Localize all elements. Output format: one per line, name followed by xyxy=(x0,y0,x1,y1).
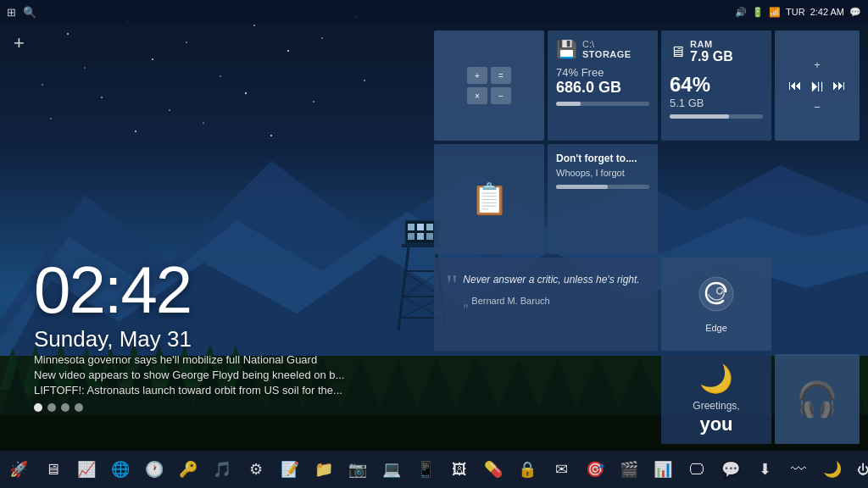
quote-text: Never answer a critic, unless he's right… xyxy=(446,273,646,287)
svg-rect-62 xyxy=(408,233,415,240)
storage-free-pct: 74% Free xyxy=(556,66,649,79)
taskbar-music-icon[interactable]: 🎵 xyxy=(207,451,237,488)
windows-icon[interactable]: ⊞ xyxy=(7,6,16,19)
news-dots xyxy=(34,403,344,412)
tile-edge[interactable]: Edge xyxy=(661,258,771,351)
news-dot-1[interactable] xyxy=(34,403,42,412)
tile-media[interactable]: + ⏮ ⏯ ⏭ − xyxy=(775,30,860,141)
taskbar-vlc-icon[interactable]: 🎬 xyxy=(614,451,644,488)
taskbar-right: ⏻ xyxy=(848,451,868,488)
taskbar-whatsapp-icon[interactable]: 📱 xyxy=(410,451,441,488)
tile-calculator[interactable]: + = × − xyxy=(434,30,544,141)
taskbar-app1-icon[interactable]: 💊 xyxy=(478,451,509,488)
tile-ram[interactable]: 🖥 RAM 7.9 GB 64% 5.1 GB xyxy=(661,30,771,141)
taskbar-activity-icon[interactable]: 📈 xyxy=(71,451,102,488)
taskbar-terminal-icon[interactable]: 💻 xyxy=(376,451,407,488)
news-dot-4[interactable] xyxy=(75,403,83,412)
prev-button[interactable]: ⏮ xyxy=(788,78,802,93)
taskbar-camera-icon[interactable]: 📷 xyxy=(342,451,373,488)
taskbar-pulse-icon[interactable]: 〰 xyxy=(783,451,814,488)
play-pause-button[interactable]: ⏯ xyxy=(809,76,826,96)
taskbar-word-icon[interactable]: 📝 xyxy=(275,451,305,488)
tile-storage[interactable]: 💾 C:\ Storage 74% Free 686.0 GB xyxy=(548,30,658,141)
svg-point-15 xyxy=(313,101,314,103)
calc-multiply: × xyxy=(467,87,487,104)
taskbar-monitor-icon[interactable]: 🖵 xyxy=(682,451,712,488)
svg-rect-61 xyxy=(426,224,433,230)
news-dot-3[interactable] xyxy=(61,403,70,412)
news-item-1[interactable]: Minnesota governor says he'll mobilize f… xyxy=(34,353,344,366)
tile-headphones[interactable]: 🎧 xyxy=(775,354,860,444)
tile-notes[interactable]: 📋 xyxy=(434,144,544,254)
media-controls: ⏮ ⏯ ⏭ xyxy=(788,76,846,96)
storage-icon-area: 💾 C:\ Storage xyxy=(556,39,649,59)
notification-icon[interactable]: 💬 xyxy=(849,7,861,18)
storage-label: Storage xyxy=(582,49,632,59)
ram-used-pct: 64% xyxy=(670,73,763,97)
moon-icon: 🌙 xyxy=(699,363,733,395)
ram-progress-bar xyxy=(670,114,763,119)
tile-quote[interactable]: " Never answer a critic, unless he's rig… xyxy=(434,258,658,351)
topbar-right: 🔊 🔋 📶 TUR 2:42 AM 💬 xyxy=(735,7,861,18)
wifi-icon[interactable]: 📶 xyxy=(769,7,781,18)
ram-label: RAM xyxy=(690,39,733,49)
svg-point-16 xyxy=(364,80,365,81)
svg-point-8 xyxy=(152,58,153,60)
taskbar-update-icon[interactable]: ⬇ xyxy=(749,451,780,488)
news-item-3[interactable]: LIFTOFF!: Astronauts launch toward orbit… xyxy=(34,384,344,396)
news-dot-2[interactable] xyxy=(47,403,56,412)
greetings-name: you xyxy=(699,413,732,435)
taskbar-folder-icon[interactable]: 📁 xyxy=(309,451,339,488)
tiles-grid: + = × − 💾 C:\ Storage 74% Free 686.0 GB … xyxy=(434,30,860,444)
topbar: ⊞ 🔍 🔊 🔋 📶 TUR 2:42 AM 💬 xyxy=(0,0,868,24)
clock-display: 2:42 AM xyxy=(810,7,844,17)
taskbar-mail-icon[interactable]: ✉ xyxy=(546,451,576,488)
svg-point-20 xyxy=(270,135,272,136)
search-icon[interactable]: 🔍 xyxy=(23,6,36,19)
volume-icon[interactable]: 🔊 xyxy=(735,7,747,18)
topbar-left: ⊞ 🔍 xyxy=(7,6,36,19)
vol-up-label: + xyxy=(814,58,821,71)
calc-add: + xyxy=(467,67,487,84)
vol-down-label: − xyxy=(814,101,821,114)
clock-area: 02:42 Sunday, May 31 xyxy=(34,257,192,352)
taskbar-msg-icon[interactable]: 💬 xyxy=(715,451,746,488)
calc-equals: = xyxy=(491,67,511,84)
news-item-2[interactable]: New video appears to show George Floyd b… xyxy=(34,369,344,381)
tile-greetings[interactable]: 🌙 Greetings, you xyxy=(661,354,771,444)
news-area: Minnesota governor says he'll mobilize f… xyxy=(34,353,344,412)
greetings-title: Greetings, xyxy=(693,400,739,412)
taskbar-app2-icon[interactable]: 🎯 xyxy=(580,451,610,488)
add-tile-button[interactable]: + xyxy=(14,32,25,54)
taskbar-browser-icon[interactable]: 🌐 xyxy=(105,451,136,488)
clock-date: Sunday, May 31 xyxy=(34,326,192,352)
taskbar-app3-icon[interactable]: 📊 xyxy=(648,451,678,488)
taskbar: 🚀 🖥 📈 🌐 🕐 🔑 🎵 ⚙ 📝 📁 📷 💻 📱 🖼 💊 🔒 ✉ 🎯 🎬 📊 … xyxy=(0,451,868,488)
ram-total: 7.9 GB xyxy=(690,49,733,64)
taskbar-settings-icon[interactable]: ⚙ xyxy=(241,451,271,488)
tile-reminder[interactable]: Don't forget to.... Whoops, I forgot xyxy=(548,144,658,254)
svg-point-7 xyxy=(84,67,86,69)
drive-label: C:\ xyxy=(582,39,632,49)
quote-close-mark: „ xyxy=(463,292,468,310)
ram-progress-fill xyxy=(670,114,729,119)
taskbar-photoshop-icon[interactable]: 🖼 xyxy=(444,451,475,488)
taskbar-sleep-icon[interactable]: 🌙 xyxy=(817,451,848,488)
taskbar-key-icon[interactable]: 🔑 xyxy=(173,451,203,488)
svg-rect-63 xyxy=(417,233,424,240)
svg-rect-60 xyxy=(417,224,424,230)
svg-rect-64 xyxy=(426,233,433,240)
edge-logo xyxy=(698,276,734,319)
taskbar-skype-icon[interactable]: 🔒 xyxy=(512,451,542,488)
taskbar-rocket-icon[interactable]: 🚀 xyxy=(3,451,34,488)
ram-used-gb: 5.1 GB xyxy=(670,97,763,109)
svg-point-19 xyxy=(203,122,204,124)
next-button[interactable]: ⏭ xyxy=(832,78,846,93)
svg-point-14 xyxy=(245,92,247,94)
taskbar-clock-icon[interactable]: 🕐 xyxy=(139,451,170,488)
quote-author: Bernard M. Baruch xyxy=(471,296,549,306)
battery-icon[interactable]: 🔋 xyxy=(752,7,764,18)
taskbar-display-icon[interactable]: 🖥 xyxy=(37,451,68,488)
taskbar-power-icon[interactable]: ⏻ xyxy=(848,451,868,488)
svg-point-3 xyxy=(186,42,187,43)
